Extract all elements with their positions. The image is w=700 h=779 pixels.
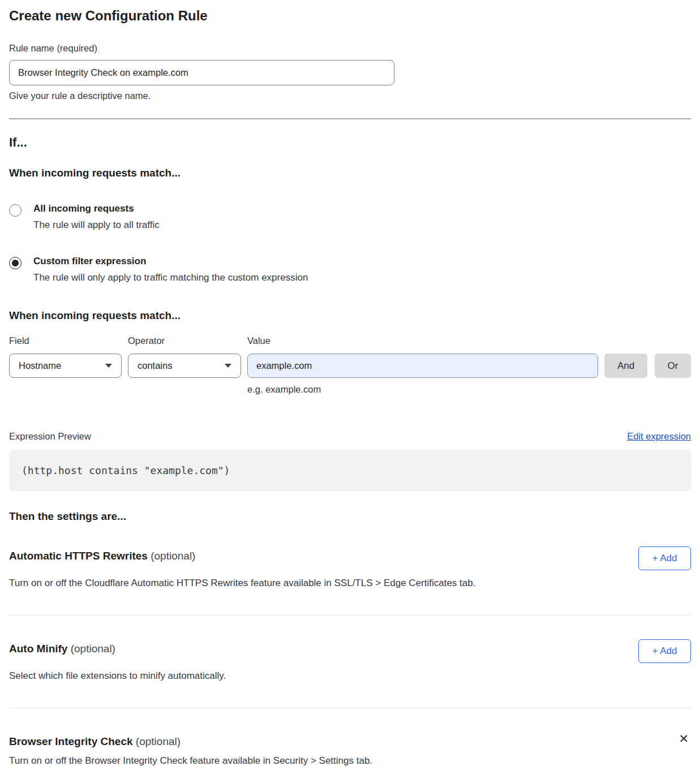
radio-description: The rule will apply to all traffic bbox=[33, 220, 160, 231]
edit-expression-link[interactable]: Edit expression bbox=[627, 431, 691, 442]
setting-description: Select which file extensions to minify a… bbox=[9, 670, 691, 682]
field-label: Field bbox=[9, 335, 122, 346]
or-button[interactable]: Or bbox=[655, 354, 691, 378]
section-divider bbox=[9, 118, 691, 119]
add-auto-minify-button[interactable]: + Add bbox=[638, 639, 691, 663]
expression-preview-label: Expression Preview bbox=[9, 431, 91, 442]
operator-select[interactable]: contains bbox=[128, 354, 241, 378]
chevron-down-icon bbox=[225, 364, 231, 368]
radio-button-unselected[interactable] bbox=[9, 204, 22, 217]
setting-description: Turn on or off the Browser Integrity Che… bbox=[9, 755, 691, 767]
radio-option-custom-filter-expression[interactable]: Custom filter expression The rule will o… bbox=[9, 256, 691, 283]
if-heading: If... bbox=[9, 135, 691, 150]
setting-title: Auto Minify bbox=[9, 643, 67, 655]
match-heading: When incoming requests match... bbox=[9, 167, 691, 179]
radio-button-selected[interactable] bbox=[9, 257, 22, 269]
rule-name-group: Rule name (required) Give your rule a de… bbox=[9, 43, 691, 101]
add-automatic-https-rewrites-button[interactable]: + Add bbox=[638, 546, 691, 570]
setting-optional-tag: (optional) bbox=[151, 550, 195, 562]
value-label: Value bbox=[247, 335, 598, 346]
setting-section-automatic-https-rewrites: Automatic HTTPS Rewrites (optional) + Ad… bbox=[9, 523, 691, 615]
setting-title: Browser Integrity Check bbox=[9, 735, 133, 747]
field-select[interactable]: Hostname bbox=[9, 354, 122, 378]
field-select-value: Hostname bbox=[19, 360, 61, 371]
operator-select-value: contains bbox=[138, 360, 172, 371]
setting-optional-tag: (optional) bbox=[136, 735, 181, 747]
radio-label: All incoming requests bbox=[33, 203, 160, 214]
then-settings-heading: Then the settings are... bbox=[9, 510, 691, 523]
rule-name-label: Rule name (required) bbox=[9, 43, 691, 54]
setting-section-auto-minify: Auto Minify (optional) + Add Select whic… bbox=[9, 616, 691, 708]
radio-option-all-incoming-requests[interactable]: All incoming requests The rule will appl… bbox=[9, 203, 691, 231]
value-help: e.g. example.com bbox=[247, 384, 598, 395]
setting-title: Automatic HTTPS Rewrites bbox=[9, 550, 148, 562]
rule-name-help: Give your rule a descriptive name. bbox=[9, 91, 691, 101]
operator-label: Operator bbox=[128, 335, 241, 346]
setting-optional-tag: (optional) bbox=[71, 643, 115, 655]
expression-builder-row: Field Hostname Operator contains Value e… bbox=[9, 335, 691, 395]
radio-description: The rule will only apply to traffic matc… bbox=[33, 272, 308, 283]
setting-description: Turn on or off the Cloudflare Automatic … bbox=[9, 578, 691, 589]
close-icon[interactable]: ✕ bbox=[676, 732, 691, 746]
chevron-down-icon bbox=[105, 364, 112, 368]
rule-name-input[interactable] bbox=[9, 60, 394, 85]
setting-section-browser-integrity-check: Browser Integrity Check (optional) ✕ Tur… bbox=[9, 708, 691, 779]
page-title: Create new Configuration Rule bbox=[9, 8, 691, 24]
and-button[interactable]: And bbox=[604, 354, 647, 378]
expression-builder-heading: When incoming requests match... bbox=[9, 309, 691, 322]
value-input[interactable] bbox=[247, 354, 598, 378]
radio-label: Custom filter expression bbox=[33, 256, 308, 267]
create-configuration-rule-form: Create new Configuration Rule Rule name … bbox=[0, 0, 700, 779]
expression-preview-code: (http.host contains "example.com") bbox=[9, 450, 691, 491]
expression-code-text: (http.host contains "example.com") bbox=[22, 464, 230, 476]
